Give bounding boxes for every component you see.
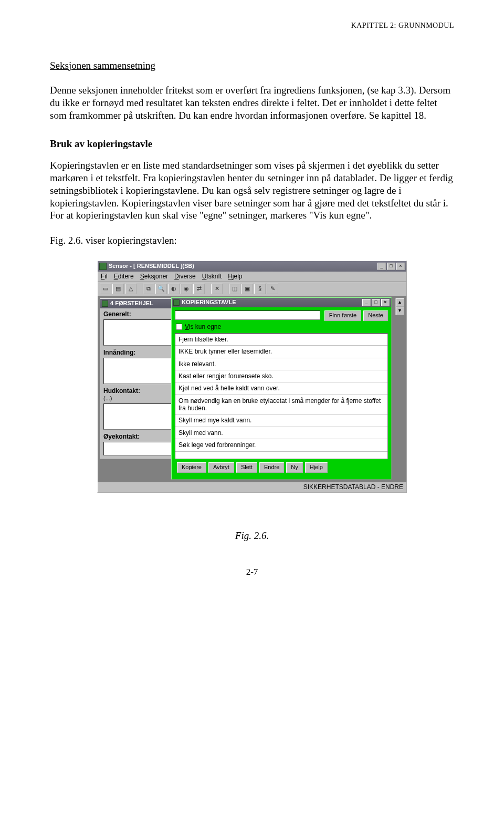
page-number: 2-7 — [50, 566, 454, 577]
toolbar: ▭ ▤ △ ⧉ 🔍 ◐ ◉ ⇄ ✕ ◫ ▣ § ✎ — [98, 282, 406, 296]
tool-eye-icon[interactable]: ◉ — [181, 284, 192, 294]
hjelp-button[interactable]: Hjelp — [305, 462, 328, 473]
scroll-up-icon[interactable]: ▲ — [396, 298, 404, 307]
mdi-scrollbar[interactable]: ▲ ▼ — [395, 298, 404, 315]
figure-note: Fig. 2.6. viser kopieringstavlen: — [50, 234, 454, 247]
tool-doc-icon[interactable]: ▭ — [100, 284, 111, 294]
screenshot-figure: Sensor - [ RENSEMIDDEL ](SB) _ □ × Fil E… — [97, 261, 407, 493]
popup-minimize-button[interactable]: _ — [362, 299, 371, 306]
list-item[interactable]: Kast eller rengjør forurensete sko. — [175, 370, 387, 382]
chapter-header: KAPITTEL 2: GRUNNMODUL — [50, 21, 454, 30]
tool-section-icon[interactable]: § — [254, 284, 266, 294]
status-text: SIKKERHETSDATABLAD - ENDRE — [303, 483, 403, 491]
subheading: Bruk av kopieringstavle — [50, 138, 454, 150]
tool-globe-icon[interactable]: ◐ — [168, 284, 180, 294]
list-item[interactable]: Skyll med vann. — [175, 427, 387, 439]
tool-note-icon[interactable]: ✎ — [267, 284, 278, 294]
vis-kun-egne-label: Vis kun egne — [185, 323, 221, 331]
popup-titlebar: KOPIERINGSTAVLE _ □ × — [172, 298, 391, 307]
paragraph-2: Kopieringstavlen er en liste med standar… — [50, 159, 454, 222]
section-title: Seksjonen sammensetning — [50, 59, 454, 72]
scroll-down-icon[interactable]: ▼ — [396, 307, 404, 315]
paragraph-1: Denne seksjonen inneholder fritekst som … — [50, 84, 454, 121]
ny-button[interactable]: Ny — [286, 462, 302, 473]
tool-swap-icon[interactable]: ⇄ — [193, 284, 205, 294]
finn-forste-button[interactable]: Finn første — [324, 310, 362, 321]
vis-kun-egne-checkbox[interactable] — [176, 324, 182, 330]
popup-title: KOPIERINGSTAVLE — [182, 299, 362, 306]
figure-caption: Fig. 2.6. — [50, 530, 454, 542]
mdi-area: 4 FØRSTEHJEL Generelt: Innånding: Hudkon… — [98, 296, 406, 482]
list-item[interactable]: Skyll med mye kaldt vann. — [175, 414, 387, 427]
popup-search-input[interactable] — [175, 310, 320, 320]
menu-diverse[interactable]: Diverse — [174, 273, 196, 281]
app-icon — [99, 263, 107, 270]
neste-button[interactable]: Neste — [363, 310, 388, 321]
kopiere-button[interactable]: Kopiere — [177, 462, 206, 473]
popup-maximize-button[interactable]: □ — [372, 299, 380, 306]
sentence-list[interactable]: Fjern tilsølte klær. IKKE bruk tynner el… — [175, 333, 388, 459]
avbryt-button[interactable]: Avbryt — [208, 462, 234, 473]
list-item[interactable]: IKKE bruk tynner eller løsemidler. — [175, 346, 387, 358]
left-doc-title: 4 FØRSTEHJEL — [110, 300, 153, 307]
tool-cross-icon[interactable]: ✕ — [211, 284, 223, 294]
status-bar: SIKKERHETSDATABLAD - ENDRE — [98, 482, 406, 492]
popup-icon — [173, 299, 180, 306]
list-item[interactable]: Fjern tilsølte klær. — [175, 334, 387, 346]
minimize-button[interactable]: _ — [377, 263, 386, 270]
left-doc-icon — [102, 300, 108, 307]
list-item[interactable]: Ikke relevant. — [175, 358, 387, 370]
popup-kopieringstavle: KOPIERINGSTAVLE _ □ × Finn første Neste — [171, 297, 392, 480]
tool-find-icon[interactable]: 🔍 — [155, 284, 167, 294]
list-item[interactable]: Om nødvendig kan en bruke etylacetat i s… — [175, 395, 387, 415]
tool-truck-icon[interactable]: ◫ — [229, 284, 240, 294]
slett-button[interactable]: Slett — [236, 462, 257, 473]
popup-button-row: Kopiere Avbryt Slett Endre Ny Hjelp — [175, 459, 388, 475]
menu-seksjoner[interactable]: Seksjoner — [140, 273, 168, 281]
tool-copy-icon[interactable]: ⧉ — [143, 284, 154, 294]
list-item[interactable]: Søk lege ved forbrenninger. — [175, 439, 387, 451]
close-button[interactable]: × — [396, 263, 405, 270]
app-title: Sensor - [ RENSEMIDDEL ](SB) — [109, 263, 377, 270]
popup-close-button[interactable]: × — [381, 299, 390, 306]
endre-button[interactable]: Endre — [259, 462, 284, 473]
maximize-button[interactable]: □ — [387, 263, 395, 270]
vis-kun-egne-row[interactable]: Vis kun egne — [176, 323, 388, 331]
menu-fil[interactable]: Fil — [101, 273, 108, 281]
list-item[interactable]: Kjøl ned ved å helle kaldt vann over. — [175, 382, 387, 395]
menu-editere[interactable]: Editere — [114, 273, 134, 281]
menu-utskrift[interactable]: Utskrift — [202, 273, 222, 281]
app-titlebar: Sensor - [ RENSEMIDDEL ](SB) _ □ × — [98, 261, 406, 272]
menu-hjelp[interactable]: Hjelp — [228, 273, 242, 281]
tool-warn-icon[interactable]: △ — [125, 284, 136, 294]
tool-stack-icon[interactable]: ▤ — [112, 284, 124, 294]
tool-car-icon[interactable]: ▣ — [242, 284, 253, 294]
menu-bar: Fil Editere Seksjoner Diverse Utskrift H… — [98, 272, 406, 282]
